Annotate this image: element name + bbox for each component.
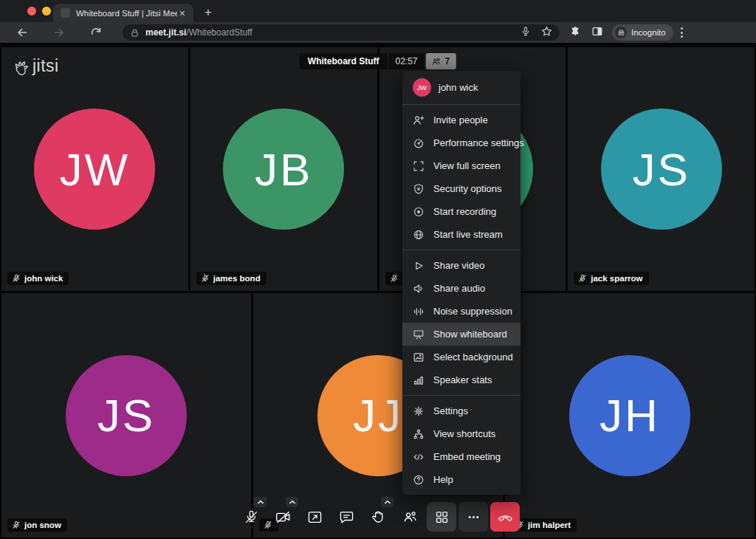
participants-button[interactable] <box>395 502 425 532</box>
performance-settings-icon <box>413 137 425 149</box>
participant-tile[interactable]: JW john wick <box>1 47 188 291</box>
menu-section-1: Invite people Performance settings View … <box>402 105 520 250</box>
share-audio-icon <box>413 283 425 295</box>
avatar: JH <box>569 355 690 476</box>
mic-muted-icon <box>390 274 399 283</box>
menu-item-view-full-screen[interactable]: View full screen <box>402 154 520 177</box>
audio-settings-chevron[interactable] <box>254 497 267 507</box>
lock-icon[interactable] <box>130 28 140 38</box>
video-settings-chevron[interactable] <box>286 497 298 507</box>
participant-tile[interactable]: JS jack sparrow <box>568 47 755 291</box>
speaker-stats-icon <box>413 374 425 386</box>
raise-hand-button[interactable] <box>363 502 393 532</box>
url-path: /WhiteboardStuff <box>186 27 252 38</box>
participant-name-tag: james bond <box>196 272 267 285</box>
url-host: meet.jit.si <box>145 27 186 38</box>
tab-favicon <box>61 8 70 18</box>
avatar: JB <box>223 109 344 230</box>
participant-name: james bond <box>213 274 261 283</box>
participant-tile[interactable]: JH jim halpert <box>505 293 755 538</box>
browser-tab[interactable]: Whiteboard Stuff | Jitsi Meet × <box>53 4 193 22</box>
bookmark-star-icon[interactable] <box>541 26 552 40</box>
meeting-stage: JW john wick JB james bond <box>0 43 756 539</box>
tile-view-button[interactable] <box>427 502 456 532</box>
security-icon <box>413 183 425 195</box>
participant-name-tag: jack sparrow <box>574 272 648 285</box>
minimize-window-button[interactable] <box>42 7 51 16</box>
hangup-icon <box>497 509 514 526</box>
menu-item-invite-people[interactable]: Invite people <box>402 109 520 131</box>
tile-row-top: JW john wick JB james bond <box>1 47 755 291</box>
overflow-menu: JW john wick Invite people Performance s… <box>402 71 520 495</box>
raise-hand-icon <box>370 509 387 526</box>
participants-icon <box>402 509 419 526</box>
menu-item-help[interactable]: Help <box>402 468 520 491</box>
mute-microphone-button[interactable] <box>236 502 266 532</box>
menu-item-start-live-stream[interactable]: Start live stream <box>402 223 520 246</box>
address-bar[interactable]: meet.jit.si/WhiteboardStuff <box>123 24 560 41</box>
chat-button[interactable] <box>331 502 361 532</box>
participant-name-tag <box>385 272 405 285</box>
more-actions-button[interactable] <box>458 502 488 532</box>
hangup-button[interactable] <box>490 502 520 532</box>
participant-name: jon snow <box>24 521 61 529</box>
browser-menu-icon[interactable] <box>681 27 683 38</box>
participant-count-badge[interactable]: 7 <box>426 53 457 69</box>
menu-item-share-video[interactable]: Share video <box>402 254 520 277</box>
menu-item-view-shortcuts[interactable]: View shortcuts <box>402 422 520 445</box>
noise-suppression-icon <box>413 306 425 317</box>
menu-item-speaker-stats[interactable]: Speaker stats <box>402 368 520 391</box>
reactions-chevron[interactable] <box>381 497 394 507</box>
voice-search-icon[interactable] <box>520 26 531 40</box>
menu-item-embed-meeting[interactable]: Embed meeting <box>402 445 520 468</box>
avatar: JS <box>601 109 722 230</box>
menu-item-share-audio[interactable]: Share audio <box>402 277 520 300</box>
menu-item-settings[interactable]: Settings <box>402 399 520 422</box>
close-tab-icon[interactable]: × <box>177 7 188 20</box>
participant-name: jim halpert <box>528 521 571 529</box>
reload-button[interactable] <box>86 24 106 41</box>
side-panel-icon[interactable] <box>591 26 603 40</box>
new-tab-button[interactable]: + <box>201 5 216 20</box>
incognito-badge: Incognito <box>612 24 673 41</box>
more-options-icon <box>465 509 482 526</box>
menu-section-2: Share video Share audio Noise suppressio… <box>402 250 520 395</box>
back-button[interactable] <box>12 24 32 41</box>
jitsi-watermark: jitsi <box>13 56 59 76</box>
forward-button[interactable] <box>49 24 69 41</box>
browser-toolbar: meet.jit.si/WhiteboardStuff Incog <box>0 22 756 43</box>
menu-user-header[interactable]: JW john wick <box>402 71 520 105</box>
camera-button[interactable] <box>268 502 298 532</box>
menu-item-performance-settings[interactable]: Performance settings <box>402 131 520 154</box>
live-stream-icon <box>413 229 425 241</box>
menu-item-security-options[interactable]: Security options <box>402 177 520 200</box>
extensions-puzzle-icon[interactable] <box>570 26 581 40</box>
close-window-button[interactable] <box>27 7 36 16</box>
incognito-label: Incognito <box>631 28 666 37</box>
menu-item-select-background[interactable]: Select background <box>402 346 520 368</box>
meeting-subject: Whiteboard Stuff <box>300 53 388 69</box>
menu-item-noise-suppression[interactable]: Noise suppression <box>402 300 520 323</box>
meeting-timer: 02:57 <box>388 53 424 69</box>
select-background-icon <box>413 351 425 363</box>
participant-tile[interactable]: JB james bond <box>190 47 377 291</box>
participant-name-tag: jon snow <box>7 518 67 532</box>
share-screen-button[interactable] <box>300 502 329 532</box>
share-screen-icon <box>306 509 323 526</box>
menu-item-show-whiteboard[interactable]: Show whiteboard <box>402 323 520 346</box>
fullscreen-icon <box>413 160 425 172</box>
meeting-toolbar <box>236 502 520 532</box>
mic-muted-icon <box>243 509 260 526</box>
mic-muted-icon <box>578 274 587 283</box>
menu-item-start-recording[interactable]: Start recording <box>402 200 520 223</box>
conference-info-bar: Whiteboard Stuff 02:57 7 <box>300 53 456 69</box>
help-icon <box>413 474 425 486</box>
invite-people-icon <box>413 114 425 126</box>
user-name: john wick <box>439 82 478 93</box>
participant-tile[interactable]: JS jon snow <box>1 293 251 538</box>
participant-count: 7 <box>445 56 450 66</box>
browser-window: Whiteboard Stuff | Jitsi Meet × + meet.j… <box>0 0 756 539</box>
whiteboard-icon <box>413 329 425 340</box>
avatar: JS <box>66 355 187 476</box>
participant-name: john wick <box>24 274 63 283</box>
